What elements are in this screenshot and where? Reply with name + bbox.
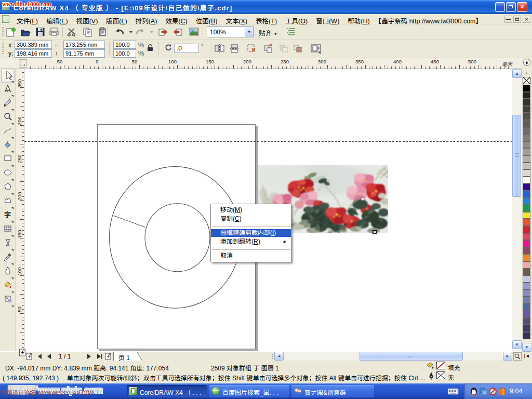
svg-text:字: 字 [4,209,11,219]
